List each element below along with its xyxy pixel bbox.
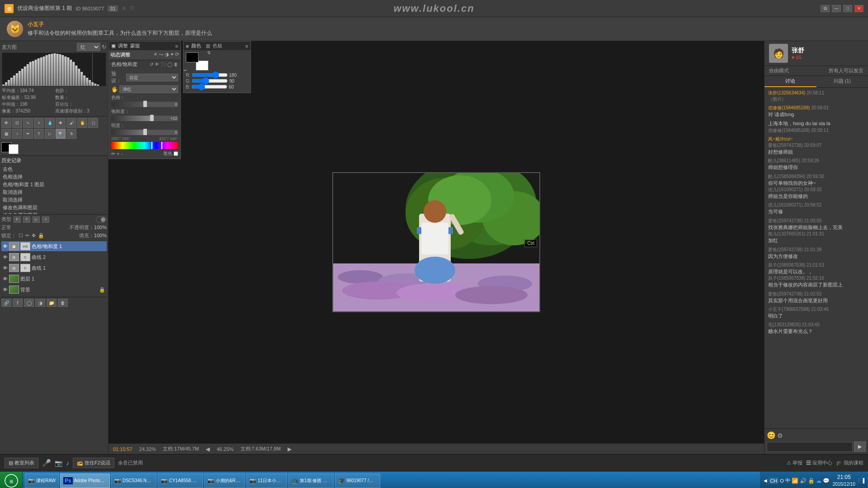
emoji-icon[interactable]: 😊	[767, 431, 776, 440]
tray-security-icon[interactable]: 🔒	[808, 478, 815, 484]
red-slider[interactable]	[192, 73, 228, 77]
layer-item-hue-sat[interactable]: 👁 ▦ HS 色相/饱和度 1	[1, 241, 107, 251]
tool-eyedropper[interactable]: 💧	[45, 118, 55, 128]
chat-tab-discuss[interactable]: 讨论	[764, 76, 816, 87]
layers-filter-type[interactable]: F	[14, 216, 21, 223]
clock[interactable]: 21:05 2015/12/10	[831, 474, 857, 487]
layers-filter-shape[interactable]: ▷	[33, 216, 40, 223]
layer-mask-btn[interactable]: ◯	[24, 299, 34, 307]
history-item-4[interactable]: 取消选择	[1, 188, 107, 196]
taskbar-item-class[interactable]: 📺 第1期 修图 课堂...	[288, 474, 334, 488]
tray-volume-icon[interactable]: 🔊	[800, 478, 807, 484]
layer-adjustment-btn[interactable]: ◑	[35, 299, 45, 307]
lesson-list-btn[interactable]: ▤ 教室列表	[5, 458, 38, 468]
panel-delete-icon[interactable]: 🗑	[174, 62, 178, 67]
histogram-channel-select[interactable]: 红绿蓝RGB	[77, 43, 100, 51]
panel-visibility-icon[interactable]: 👁	[155, 62, 159, 67]
tool-hand[interactable]: 🖱	[66, 129, 76, 139]
color-remove-icon[interactable]: -	[121, 151, 123, 156]
history-item-1[interactable]: 去色	[1, 165, 107, 173]
tray-chat-icon[interactable]: 💬	[823, 478, 830, 484]
hue-slider-thumb[interactable]	[143, 101, 147, 107]
background-color[interactable]	[9, 144, 19, 154]
canvas-next-btn[interactable]: ▶	[288, 446, 292, 452]
tray-lang[interactable]: CH	[769, 478, 778, 484]
lock-brush[interactable]: ✏	[25, 233, 29, 239]
light-slider-thumb[interactable]	[143, 129, 147, 135]
taskbar-item-raw[interactable]: 📷 课程RAW	[25, 474, 59, 488]
tool-heal[interactable]: ✚	[56, 118, 66, 128]
hue-channel-select[interactable]: 净红	[119, 85, 178, 93]
taskbar-item-raw2[interactable]: 📷 小潮的&RAW	[204, 474, 245, 488]
default-colors-icon[interactable]: ↩	[184, 68, 187, 73]
maximize-btn[interactable]: □	[843, 5, 852, 12]
tool-clone[interactable]: 🖐	[77, 118, 87, 128]
layer-item-curve2[interactable]: 👁 ▦ C 曲线 2	[1, 252, 107, 262]
taskbar-item-cr2[interactable]: 📷 CY1A8558.CR2 #...	[158, 474, 203, 488]
minimize-btn[interactable]: —	[832, 5, 841, 12]
blue-slider[interactable]	[191, 85, 227, 89]
history-item-6[interactable]: 修改色调和图层	[1, 204, 107, 211]
tool-move[interactable]: ✥	[1, 118, 11, 128]
layer-eye-3[interactable]: 👁	[3, 265, 8, 271]
tray-arrow-icon[interactable]: ◀	[764, 478, 767, 483]
layer-link-btn[interactable]: 🔗	[1, 299, 11, 307]
color-add-icon[interactable]: +	[117, 151, 119, 156]
sat-slider-thumb[interactable]	[150, 115, 154, 121]
layer-eye-5[interactable]: 👁	[3, 287, 8, 292]
history-item-2[interactable]: 色相选择	[1, 173, 107, 181]
tool-zoom[interactable]: 🔍	[56, 129, 66, 139]
tray-ime-zh[interactable]: 中	[785, 477, 790, 484]
tool-brush[interactable]: 🖌	[66, 118, 76, 128]
help-btn[interactable]: ☰ 应用中心	[806, 460, 832, 466]
taskbar-item-net[interactable]: 📷 DSC5346.NET 总...	[111, 474, 156, 488]
my-course-btn[interactable]: 🎓 我的课程	[836, 460, 863, 466]
canvas-prev-btn[interactable]: ◀	[206, 446, 210, 452]
history-item-5[interactable]: 取消选择	[1, 196, 107, 204]
layer-delete-btn[interactable]: 🗑	[58, 299, 68, 307]
tray-ime-o[interactable]: O	[780, 478, 784, 483]
tool-eraser[interactable]: ◻	[88, 118, 98, 128]
music-btn[interactable]: ♪	[66, 460, 69, 467]
layer-style-btn[interactable]: f	[13, 299, 23, 307]
chat-send-btn[interactable]: ▶	[854, 441, 866, 452]
adj-icon-vibrance[interactable]: ✦	[170, 52, 174, 58]
layer-item-layer1[interactable]: 👁 图层 1	[1, 274, 107, 284]
start-btn[interactable]: ⊞	[0, 472, 23, 488]
taskbar-item-course[interactable]: 🎓 96019077 /优修...	[335, 474, 380, 488]
panel-clip-icon[interactable]: ⬛	[160, 62, 166, 67]
layer-eye-2[interactable]: 👁	[3, 254, 8, 260]
panel-reset-icon[interactable]: ↺	[150, 62, 153, 67]
ptt-btn[interactable]: 📻 按住F2说话	[73, 458, 114, 468]
camera-btn[interactable]: 📷	[55, 460, 62, 467]
taskbar-item-ps[interactable]: Ps Adobe Photosho...	[60, 474, 110, 488]
panel-arrow-icon[interactable]: ≡	[175, 43, 178, 49]
tray-cloud-icon[interactable]: ☁	[816, 478, 821, 484]
colorize-checkbox[interactable]	[174, 151, 178, 156]
taskbar-item-day[interactable]: 📷 11日本小潮修...	[246, 474, 287, 488]
hue-preset-select[interactable]: 自定	[126, 74, 178, 81]
history-item-7[interactable]: 修改色调和图层	[1, 211, 107, 215]
settings-icon[interactable]: ⚙	[777, 432, 783, 439]
tool-shape[interactable]: ▷	[45, 129, 55, 139]
tool-lasso[interactable]: ∿	[23, 118, 33, 128]
adj-icon-sat[interactable]: ◑	[165, 52, 169, 58]
layers-filter-text[interactable]: T	[23, 216, 30, 223]
close-btn[interactable]: ✕	[854, 5, 863, 12]
swap-colors-icon[interactable]: ⇅	[207, 50, 211, 55]
chat-input[interactable]	[767, 442, 853, 452]
tool-gradient[interactable]: ▦	[1, 129, 11, 139]
layers-filter-smart[interactable]: ✧	[42, 216, 49, 223]
layer-folder-btn[interactable]: 📁	[47, 299, 57, 307]
history-item-3[interactable]: 色相/饱和度 1 图层	[1, 181, 107, 188]
adj-icon-sun[interactable]: ☀	[153, 52, 158, 58]
panel-add-mask-icon[interactable]: ◯	[167, 62, 172, 67]
adj-icon-rotate[interactable]: ⟳	[175, 52, 179, 58]
tool-selection[interactable]: ⊡	[12, 118, 22, 128]
color-pick-icon[interactable]: ✏	[111, 151, 115, 157]
green-slider[interactable]	[192, 79, 228, 83]
layers-filter-toggle[interactable]	[96, 216, 107, 223]
histogram-refresh-icon[interactable]: ↻	[102, 44, 106, 50]
layer-eye-4[interactable]: 👁	[3, 276, 8, 282]
restore-btn[interactable]: ⧉	[821, 5, 830, 12]
